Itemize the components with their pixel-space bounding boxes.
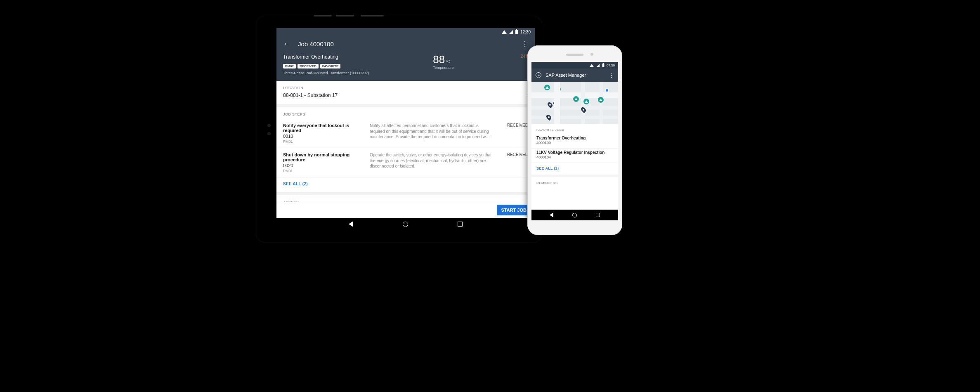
job-step-row[interactable]: Notify everyone that lockout is required… [276, 119, 535, 148]
step-code: PM01 [283, 169, 361, 173]
job-id: 4000100 [536, 141, 613, 145]
android-nav-bar [276, 218, 535, 230]
section-label-jobsteps: JOB STEPS [276, 107, 535, 119]
section-label-location: LOCATION [276, 81, 535, 92]
overflow-menu-icon[interactable]: ⋮ [522, 40, 528, 48]
status-time: 12:30 [520, 30, 531, 34]
phone-device-frame: 07:30 ⍟ SAP Asset Manager ⋮ FAVORITE JOB… [527, 45, 622, 235]
map-pin-job-icon[interactable] [581, 106, 588, 113]
see-all-link[interactable]: SEE ALL (2) [531, 163, 618, 175]
step-status: RECEIVED [503, 152, 528, 173]
location-section: LOCATION 88-001-1 - Substation 17 › [276, 81, 535, 107]
cell-signal-icon [597, 64, 600, 66]
wifi-icon [502, 30, 507, 34]
tablet-camera [267, 124, 271, 127]
footer-bar: START JOB [276, 202, 535, 218]
tablet-hw-button [336, 15, 354, 17]
job-step-row[interactable]: Shut down by normal stopping procedure 0… [276, 148, 535, 177]
android-status-bar: 12:30 [276, 28, 535, 35]
temperature-value: 88 [433, 53, 445, 66]
map-pin-asset-icon[interactable] [555, 86, 561, 92]
issue-title: Transformer Overheating [283, 54, 416, 60]
tablet-device-frame: 12:30 ← Job 4000100 ⋮ Transformer Overhe… [256, 16, 542, 243]
section-label-favorites: FAVORITE JOBS [531, 124, 618, 134]
step-title: Notify everyone that lockout is required [283, 123, 361, 133]
phone-screen: 07:30 ⍟ SAP Asset Manager ⋮ FAVORITE JOB… [531, 62, 618, 220]
tablet-sensor [267, 132, 271, 135]
list-item[interactable]: 11KV Voltage Regulator Inspection 400010… [531, 149, 618, 163]
content-area: LOCATION 88-001-1 - Substation 17 › JOB … [276, 81, 535, 202]
step-number: 0020 [283, 163, 361, 168]
battery-icon [515, 30, 518, 34]
status-time: 07:30 [607, 64, 615, 67]
see-all-link[interactable]: SEE ALL (2) [276, 177, 535, 192]
step-number: 0010 [283, 134, 361, 139]
asset-line: Three-Phase Pad-Mounted Transformer (100… [283, 71, 416, 75]
jobsteps-section: JOB STEPS Notify everyone that lockout i… [276, 107, 535, 195]
app-header: ⍟ SAP Asset Manager ⋮ [531, 68, 618, 82]
nav-recent-icon[interactable] [458, 222, 463, 227]
overflow-menu-icon[interactable]: ⋮ [609, 72, 614, 78]
map-pin-asset-icon[interactable] [573, 96, 579, 102]
map-pin-job-icon[interactable] [546, 114, 553, 120]
favorite-jobs-section: FAVORITE JOBS Transformer Overheating 40… [531, 124, 618, 175]
tag: RECEIVED [298, 64, 319, 68]
temperature-label: Temperature [433, 66, 495, 70]
job-id: 4000104 [536, 155, 613, 159]
map-pin-asset-icon[interactable] [597, 97, 604, 103]
tag: FAVORITE [320, 64, 340, 68]
current-location-dot-icon [605, 88, 609, 92]
location-row[interactable]: 88-001-1 - Substation 17 › [276, 92, 535, 104]
page-title: SAP Asset Manager [545, 73, 605, 78]
nav-recent-icon[interactable] [596, 213, 600, 217]
step-code: PM01 [283, 139, 361, 144]
section-label-reminders: REMINDERS [531, 177, 618, 187]
step-status: RECEIVED [503, 123, 528, 144]
start-job-button[interactable]: START JOB [497, 205, 531, 215]
assets-section: ASSETS [276, 195, 535, 202]
map-view[interactable] [531, 82, 618, 124]
map-pin-job-icon[interactable] [553, 101, 560, 107]
page-title: Job 4000100 [298, 40, 514, 47]
tag: PM02 [283, 64, 296, 68]
step-title: Shut down by normal stopping procedure [283, 152, 361, 162]
nav-home-icon[interactable] [572, 213, 577, 217]
nav-home-icon[interactable] [403, 222, 408, 227]
nav-back-icon[interactable] [349, 221, 353, 227]
temperature-unit: °C [446, 59, 450, 64]
account-circle-icon[interactable]: ⍟ [536, 72, 541, 78]
app-header: ← Job 4000100 ⋮ Transformer Overheating … [276, 35, 535, 81]
job-title: Transformer Overheating [536, 136, 613, 140]
tag-row: PM02 RECEIVED FAVORITE [283, 64, 416, 68]
back-arrow-icon[interactable]: ← [283, 40, 290, 48]
tablet-hw-button [361, 15, 384, 17]
section-label-assets: ASSETS [276, 195, 535, 202]
android-status-bar: 07:30 [531, 62, 618, 68]
step-description: Operate the switch, valve, or other ener… [370, 152, 494, 173]
battery-icon [602, 64, 605, 67]
phone-speaker [566, 54, 583, 56]
phone-camera [590, 53, 593, 56]
cell-signal-icon [509, 30, 513, 34]
list-item[interactable]: Transformer Overheating 4000100 [531, 134, 618, 149]
map-pin-asset-icon[interactable] [583, 98, 590, 105]
reminders-section: REMINDERS [531, 177, 618, 187]
tablet-screen: 12:30 ← Job 4000100 ⋮ Transformer Overhe… [276, 28, 535, 230]
location-text: 88-001-1 - Substation 17 [283, 92, 338, 98]
wifi-icon [590, 64, 594, 66]
map-pin-asset-icon[interactable] [544, 84, 550, 91]
tablet-hw-button [314, 15, 332, 17]
job-title: 11KV Voltage Regulator Inspection [536, 150, 613, 155]
android-nav-bar [531, 210, 618, 220]
nav-back-icon[interactable] [550, 213, 553, 217]
step-description: Notify all affected personnel and custom… [370, 123, 494, 144]
